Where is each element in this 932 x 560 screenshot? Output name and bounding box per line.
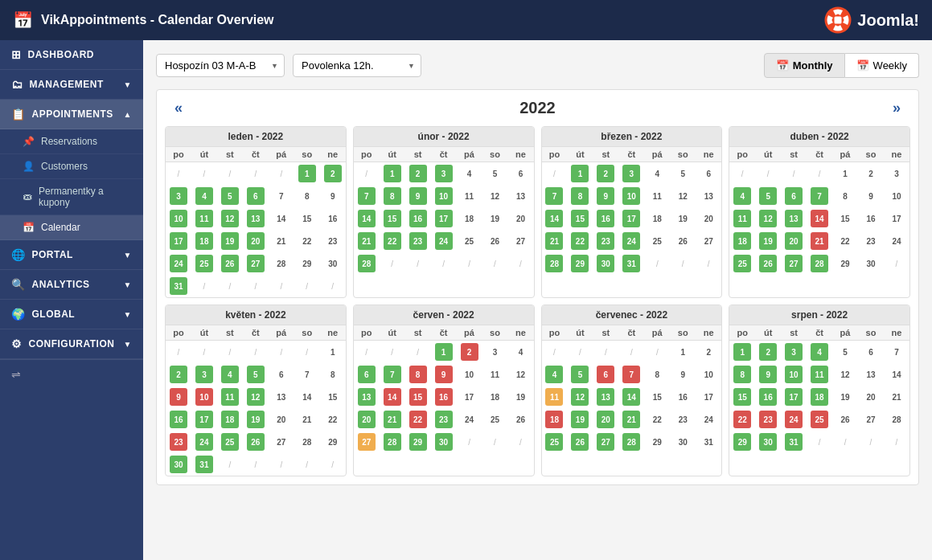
day-cell[interactable]: 17 [166, 230, 191, 252]
regular-day[interactable]: 11 [461, 187, 478, 205]
regular-day[interactable]: 3 [486, 343, 503, 361]
day-cell[interactable]: 11 [482, 363, 508, 386]
day-cell[interactable]: 1 [670, 341, 696, 364]
day-cell[interactable]: 24 [696, 408, 721, 431]
colored-day[interactable]: 12 [571, 388, 589, 406]
colored-day[interactable]: 18 [195, 232, 213, 250]
day-cell[interactable]: 8 [405, 363, 431, 386]
day-cell[interactable]: 4 [457, 162, 482, 186]
colored-day[interactable]: 11 [195, 210, 213, 227]
day-cell[interactable]: 28 [542, 252, 568, 275]
colored-day[interactable]: 6 [785, 187, 803, 205]
colored-day[interactable]: 6 [247, 187, 265, 205]
day-cell[interactable]: 23 [755, 408, 781, 431]
regular-day[interactable]: 15 [836, 210, 854, 227]
day-cell[interactable]: 10 [884, 185, 909, 207]
day-cell[interactable]: 15 [320, 386, 346, 408]
regular-day[interactable]: 4 [648, 165, 666, 182]
colored-day[interactable]: 25 [195, 255, 213, 272]
regular-day[interactable]: 30 [674, 433, 692, 451]
regular-day[interactable]: 30 [862, 255, 880, 272]
colored-day[interactable]: 1 [298, 165, 316, 182]
colored-day[interactable]: 27 [358, 433, 376, 451]
colored-day[interactable]: 1 [733, 343, 751, 361]
day-cell[interactable]: 16 [670, 386, 696, 408]
day-cell[interactable]: 12 [567, 386, 593, 408]
day-cell[interactable]: 18 [807, 386, 832, 408]
day-cell[interactable]: 22 [567, 230, 593, 252]
day-cell[interactable]: 25 [542, 431, 568, 453]
sidebar-item-global[interactable]: 🌍 GLOBAL ▼ [0, 300, 143, 329]
day-cell[interactable]: 23 [670, 408, 696, 431]
day-cell[interactable]: 8 [380, 185, 405, 207]
day-cell[interactable]: 14 [380, 386, 405, 408]
colored-day[interactable]: 25 [811, 411, 828, 428]
colored-day[interactable]: 7 [358, 187, 376, 205]
day-cell[interactable]: 16 [755, 386, 781, 408]
day-cell[interactable]: 5 [670, 162, 696, 186]
regular-day[interactable]: 18 [486, 388, 503, 406]
day-cell[interactable]: 28 [807, 252, 832, 275]
colored-day[interactable]: 17 [195, 411, 213, 428]
day-cell[interactable]: 12 [832, 363, 858, 386]
colored-day[interactable]: 10 [785, 366, 803, 383]
regular-day[interactable]: 13 [511, 187, 529, 205]
day-cell[interactable]: 10 [457, 363, 482, 386]
regular-day[interactable]: 15 [648, 388, 666, 406]
day-cell[interactable]: 7 [269, 185, 294, 207]
day-cell[interactable]: 24 [431, 230, 457, 252]
colored-day[interactable]: 19 [571, 411, 589, 428]
service-select-wrapper[interactable]: Povolenka 12h. [293, 54, 421, 77]
colored-day[interactable]: 21 [358, 232, 376, 250]
day-cell[interactable]: 20 [269, 408, 294, 431]
day-cell[interactable]: 14 [542, 207, 568, 230]
colored-day[interactable]: 28 [622, 433, 640, 451]
colored-day[interactable]: 31 [622, 255, 640, 272]
day-cell[interactable]: 11 [729, 207, 755, 230]
colored-day[interactable]: 21 [811, 232, 828, 250]
location-select-wrapper[interactable]: Hospozín 03 M-A-B [156, 54, 285, 77]
day-cell[interactable]: 24 [457, 408, 482, 431]
colored-day[interactable]: 11 [221, 388, 239, 406]
colored-day[interactable]: 20 [597, 411, 614, 428]
day-cell[interactable]: 26 [507, 408, 533, 431]
day-cell[interactable]: 8 [729, 363, 755, 386]
colored-day[interactable]: 22 [409, 411, 427, 428]
colored-day[interactable]: 31 [195, 456, 213, 473]
colored-day[interactable]: 26 [221, 255, 239, 272]
colored-day[interactable]: 23 [435, 411, 453, 428]
regular-day[interactable]: 19 [486, 210, 503, 227]
day-cell[interactable]: 7 [542, 185, 568, 207]
day-cell[interactable]: 21 [380, 408, 405, 431]
day-cell[interactable]: 30 [320, 252, 346, 275]
day-cell[interactable]: 15 [380, 207, 405, 230]
colored-day[interactable]: 18 [733, 232, 751, 250]
day-cell[interactable]: 22 [294, 230, 320, 252]
colored-day[interactable]: 3 [195, 366, 213, 383]
sidebar-item-management[interactable]: 🗂 MANAGEMENT ▼ [0, 70, 143, 100]
day-cell[interactable]: 31 [618, 252, 644, 275]
day-cell[interactable]: 16 [320, 207, 346, 230]
day-cell[interactable]: 15 [729, 386, 755, 408]
weekly-view-button[interactable]: 📅 Weekly [845, 53, 919, 78]
regular-day[interactable]: 7 [298, 366, 316, 383]
day-cell[interactable]: 29 [644, 431, 670, 453]
regular-day[interactable]: 29 [836, 255, 854, 272]
colored-day[interactable]: 26 [759, 255, 777, 272]
colored-day[interactable]: 16 [759, 388, 777, 406]
day-cell[interactable]: 20 [354, 408, 380, 431]
regular-day[interactable]: 21 [888, 388, 905, 406]
colored-day[interactable]: 30 [597, 255, 614, 272]
day-cell[interactable]: 21 [884, 386, 909, 408]
colored-day[interactable]: 23 [170, 433, 187, 451]
day-cell[interactable]: 31 [191, 453, 217, 476]
day-cell[interactable]: 17 [618, 207, 644, 230]
day-cell[interactable]: 2 [320, 162, 346, 186]
day-cell[interactable]: 19 [832, 386, 858, 408]
day-cell[interactable]: 31 [696, 431, 721, 453]
day-cell[interactable]: 8 [832, 185, 858, 207]
colored-day[interactable]: 11 [811, 366, 828, 383]
day-cell[interactable]: 4 [542, 363, 568, 386]
colored-day[interactable]: 28 [384, 433, 401, 451]
day-cell[interactable]: 18 [217, 408, 243, 431]
